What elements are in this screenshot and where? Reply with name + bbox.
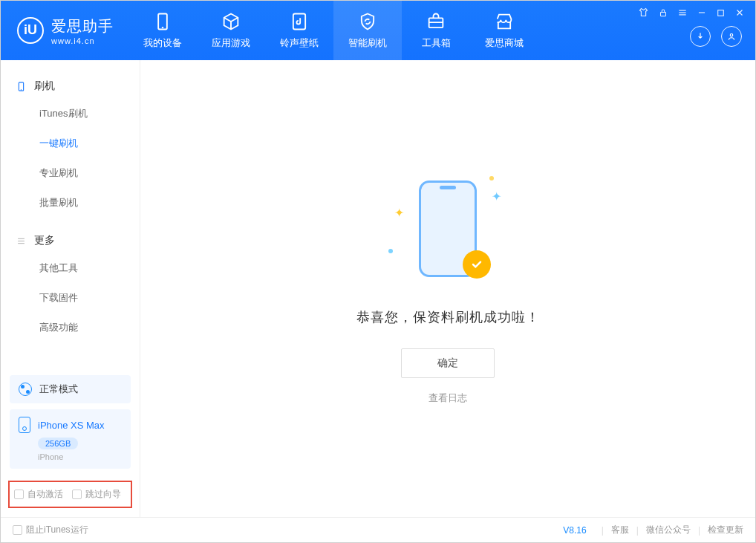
cube-icon	[221, 11, 241, 32]
note-icon	[289, 11, 310, 32]
section-more[interactable]: 更多	[1, 228, 140, 253]
logo-icon: iU	[17, 17, 44, 44]
section-flash[interactable]: 刷机	[1, 74, 140, 99]
device-name: iPhone XS Max	[38, 420, 105, 431]
checkbox-auto-activate[interactable]: 自动激活	[14, 488, 63, 501]
tab-label: 我的设备	[143, 36, 182, 50]
svg-rect-9	[718, 10, 724, 16]
mode-label: 正常模式	[39, 383, 78, 396]
header: iU 爱思助手 www.i4.cn 我的设备 应用游戏 铃声壁纸 智能刷机 工具…	[1, 1, 755, 60]
tab-label: 爱思商城	[485, 36, 524, 50]
toolbox-icon	[426, 11, 446, 32]
svg-rect-4	[661, 12, 666, 16]
mode-icon	[19, 383, 32, 396]
tab-flash[interactable]: 智能刷机	[333, 1, 402, 60]
support-link[interactable]: 客服	[611, 524, 629, 536]
device-card[interactable]: iPhone XS Max 256GB iPhone	[10, 409, 131, 469]
app-name: 爱思助手	[51, 16, 114, 36]
app-url: www.i4.cn	[51, 36, 114, 45]
shirt-icon[interactable]	[638, 7, 649, 20]
sidebar-item-firmware[interactable]: 下载固件	[1, 283, 140, 313]
footer: 阻止iTunes运行 V8.16 | 客服 | 微信公众号 | 检查更新	[1, 517, 755, 542]
lock-icon[interactable]	[658, 7, 668, 20]
sidebar-item-onekey[interactable]: 一键刷机	[1, 129, 140, 158]
section-title: 更多	[34, 234, 55, 247]
sidebar-item-itunes[interactable]: iTunes刷机	[1, 99, 140, 129]
svg-point-12	[730, 34, 733, 37]
checkbox-label: 自动激活	[27, 488, 63, 501]
checkbox-label: 阻止iTunes运行	[26, 524, 88, 536]
main-tabs: 我的设备 应用游戏 铃声壁纸 智能刷机 工具箱 爱思商城	[128, 1, 538, 60]
sidebar: 刷机 iTunes刷机 一键刷机 专业刷机 批量刷机 更多 其他工具 下载固件 …	[1, 60, 140, 517]
section-title: 刷机	[34, 79, 55, 93]
tab-label: 应用游戏	[212, 36, 250, 50]
checkbox-icon	[72, 490, 82, 499]
minimize-icon[interactable]	[697, 7, 707, 20]
tab-store[interactable]: 爱思商城	[470, 1, 538, 60]
check-icon	[463, 250, 491, 279]
tab-toolbox[interactable]: 工具箱	[402, 1, 470, 60]
version-label: V8.16	[563, 525, 586, 536]
checkbox-skip-guide[interactable]: 跳过向导	[72, 488, 121, 501]
success-illustration: ✦ ✦	[374, 173, 522, 292]
phone-icon	[16, 81, 27, 92]
main-content: ✦ ✦ 恭喜您，保资料刷机成功啦！ 确定 查看日志	[140, 60, 755, 517]
sidebar-item-pro[interactable]: 专业刷机	[1, 158, 140, 188]
sidebar-item-advanced[interactable]: 高级功能	[1, 313, 140, 342]
success-message: 恭喜您，保资料刷机成功啦！	[356, 308, 540, 326]
header-actions	[690, 26, 742, 47]
wechat-link[interactable]: 微信公众号	[646, 524, 691, 536]
tab-label: 智能刷机	[348, 36, 387, 50]
checkbox-block-itunes[interactable]: 阻止iTunes运行	[13, 524, 88, 536]
checkbox-icon	[13, 525, 22, 535]
phone-icon	[152, 11, 173, 32]
device-type: iPhone	[38, 452, 122, 461]
tab-label: 工具箱	[422, 36, 451, 50]
tab-device[interactable]: 我的设备	[128, 1, 197, 60]
logo[interactable]: iU 爱思助手 www.i4.cn	[1, 16, 128, 45]
options-highlight: 自动激活 跳过向导	[8, 481, 132, 508]
close-icon[interactable]	[734, 7, 745, 20]
window-controls	[638, 7, 745, 20]
user-button[interactable]	[721, 26, 742, 47]
refresh-shield-icon	[357, 11, 378, 32]
download-button[interactable]	[690, 26, 711, 47]
tab-ringtone[interactable]: 铃声壁纸	[265, 1, 333, 60]
checkbox-label: 跳过向导	[85, 488, 121, 501]
device-capacity: 256GB	[38, 438, 78, 449]
maximize-icon[interactable]	[716, 7, 726, 20]
tab-label: 铃声壁纸	[280, 36, 319, 50]
tab-apps[interactable]: 应用游戏	[197, 1, 265, 60]
menu-icon[interactable]	[677, 7, 688, 20]
list-icon	[16, 235, 27, 247]
svg-rect-2	[293, 14, 305, 30]
update-link[interactable]: 检查更新	[708, 524, 743, 536]
store-icon	[494, 11, 515, 32]
checkbox-icon	[14, 490, 24, 499]
view-log-link[interactable]: 查看日志	[428, 391, 467, 405]
sidebar-item-other[interactable]: 其他工具	[1, 253, 140, 283]
ok-button[interactable]: 确定	[401, 348, 495, 378]
sidebar-item-batch[interactable]: 批量刷机	[1, 188, 140, 218]
mode-card[interactable]: 正常模式	[10, 375, 131, 403]
device-phone-icon	[19, 417, 30, 433]
